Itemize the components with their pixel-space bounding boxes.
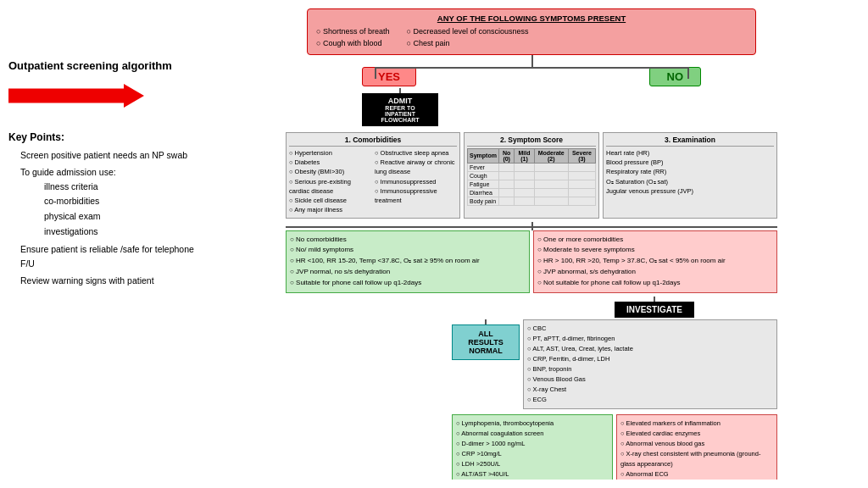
symptoms-right: ○ Decreased level of consciousness ○ Che…: [406, 25, 528, 50]
table-cell: [515, 163, 534, 171]
cbc-item: ○ BNP, troponin: [527, 364, 773, 374]
admit-box: ADMIT REFER TO INPATIENT FLOWCHART: [362, 93, 438, 126]
spacer-left: [286, 414, 448, 480]
table-cell: Fatigue: [468, 180, 499, 188]
abnormal-item: ○ Abnormal venous blood gas: [620, 439, 773, 449]
exam-item: O₂ Saturation (O₂ sat): [606, 177, 774, 186]
abnormal-red-box: ○ Elevated markers of inflammation ○ Ele…: [616, 414, 777, 480]
key-points-section: Key Points: Screen positive patient need…: [8, 131, 195, 290]
all-normal-wrapper: ALLRESULTSNORMAL: [452, 319, 520, 360]
admit-label: ADMIT: [370, 97, 430, 105]
list-item: investigations: [20, 225, 195, 240]
comorbid-item: ○ Diabetes: [289, 158, 371, 167]
symptom-item: ○ Chest pain: [406, 37, 528, 49]
table-cell: [498, 180, 515, 188]
abnormal-row: ○ Lymphopenia, thrombocytopenia ○ Abnorm…: [286, 414, 777, 480]
key-points-title: Key Points:: [8, 131, 195, 143]
cbc-item: ○ Venous Blood Gas: [527, 374, 773, 385]
investigate-content: ALLRESULTSNORMAL ○ CBC ○ PT, aPTT, d-dim…: [452, 319, 777, 409]
flowchart: ANY OF THE FOLLOWING SYMPTOMS PRESENT ○ …: [203, 8, 860, 480]
abnormal-item: ○ Elevated cardiac enzymes: [620, 429, 773, 439]
comorbid-item: ○ Any major illness: [289, 205, 371, 214]
arrow-container: [8, 84, 195, 108]
exam-item: Jugular venous pressure (JVP): [606, 186, 774, 196]
comorbid-item: ○ Reactive airway or chronic lung diseas…: [375, 158, 457, 177]
symptom-score-box: 2. Symptom Score Symptom No (0) Mild (1)…: [464, 132, 599, 219]
mid-connector: [286, 222, 777, 230]
list-item: co-morbidities: [20, 194, 195, 209]
abnormal-item: ○ D-dimer > 1000 ng/mL: [456, 439, 609, 449]
symptom-item: ○ Shortness of breath: [316, 25, 389, 37]
key-points-list: Screen positive patient needs an NP swab…: [8, 148, 195, 287]
criteria-row: ○ No comorbidities ○ No/ mild symptoms ○…: [286, 230, 777, 293]
table-cell: [498, 197, 515, 205]
list-item: physical exam: [20, 209, 195, 225]
abnormal-item: ○ LDH >250U/L: [456, 459, 609, 469]
table-cell: [534, 180, 568, 188]
comorbid-item: ○ Immunosuppressive treatment: [375, 186, 457, 206]
table-cell: [515, 171, 534, 180]
exam-col: Heart rate (HR) Blood pressure (BP) Resp…: [606, 148, 774, 196]
symptom-score-title: 2. Symptom Score: [467, 136, 596, 147]
criteria-item: ○ Suitable for phone call follow up q1-2…: [290, 278, 526, 289]
table-cell: [534, 197, 568, 205]
red-criteria-box: ○ One or more comorbidities ○ Moderate t…: [533, 230, 777, 293]
comorbid-item: ○ Obstructive sleep apnea: [375, 148, 457, 158]
table-header: No (0): [498, 148, 515, 163]
symptoms-cols: ○ Shortness of breath ○ Cough with blood…: [316, 25, 747, 50]
v-right: [687, 67, 689, 79]
abnormal-item: ○ Elevated markers of inflammation: [620, 419, 773, 429]
symptoms-title: ANY OF THE FOLLOWING SYMPTOMS PRESENT: [316, 14, 747, 23]
exam-item: Heart rate (HR): [606, 148, 774, 158]
v-line: [531, 222, 533, 230]
cbc-box: ○ CBC ○ PT, aPTT, d-dimer, fibrinogen ○ …: [523, 319, 777, 409]
table-cell: [534, 171, 568, 180]
left-panel: Outpatient screening algorithm Key Point…: [8, 8, 195, 480]
abnormal-green-box: ○ Lymphopenia, thrombocytopenia ○ Abnorm…: [452, 414, 613, 480]
table-cell: [568, 188, 595, 197]
comorbid-item: ○ Serious pre-existing cardiac disease: [289, 177, 371, 197]
table-header: Moderate (2): [534, 148, 568, 163]
criteria-item: ○ One or more comorbidities: [537, 235, 773, 246]
criteria-item: ○ JVP abnormal, s/s dehydration: [537, 267, 773, 278]
yes-box: YES: [362, 67, 416, 86]
comorbidities-row: 1. Comorbidities ○ Hypertension ○ Diabet…: [286, 132, 777, 219]
symptom-item: ○ Decreased level of consciousness: [406, 25, 528, 37]
abnormal-item: ○ Lymphopenia, thrombocytopenia: [456, 419, 609, 429]
comorbid-title: 1. Comorbidities: [289, 136, 457, 147]
table-cell: [498, 188, 515, 197]
table-cell: [515, 197, 534, 205]
table-header: Symptom: [468, 148, 499, 163]
examination-title: 3. Examination: [606, 136, 774, 147]
comorbid-item: ○ Sickle cell disease: [289, 196, 371, 205]
investigate-col: INVESTIGATE: [531, 297, 777, 318]
red-arrow-icon: [8, 84, 144, 108]
criteria-item: ○ No comorbidities: [290, 235, 526, 246]
no-box: NO: [649, 67, 702, 86]
criteria-item: ○ Not suitable for phone call follow up …: [537, 278, 773, 289]
comorbidities-box: 1. Comorbidities ○ Hypertension ○ Diabet…: [286, 132, 460, 219]
table-cell: [568, 171, 595, 180]
cbc-item: ○ ALT, AST, Urea, Creat, lytes, lactate: [527, 344, 773, 354]
comorbid-content: ○ Hypertension ○ Diabetes ○ Obesity (BMI…: [289, 148, 457, 215]
table-cell: Diarrhea: [468, 188, 499, 197]
abnormal-item: ○ Abnormal coagulation screen: [456, 429, 609, 439]
criteria-item: ○ HR <100, RR 15-20, Temp <37.8C, O₂ sat…: [290, 256, 526, 267]
admit-sublabel2: FLOWCHART: [370, 117, 430, 123]
investigate-connector: INVESTIGATE: [286, 297, 777, 318]
all-normal-box: ALLRESULTSNORMAL: [452, 324, 520, 360]
connector-yes-no: [307, 55, 756, 67]
page-title: Outpatient screening algorithm: [8, 59, 195, 72]
table-cell: [498, 171, 515, 180]
table-cell: [515, 188, 534, 197]
abnormal-item: ○ X-ray chest consistent with pneumonia …: [620, 449, 773, 469]
comorbid-item: ○ Immunosuppressed: [375, 177, 457, 186]
symptom-item: ○ Cough with blood: [316, 37, 389, 49]
cbc-item: ○ CBC: [527, 324, 773, 334]
table-cell: [515, 180, 534, 188]
green-criteria-box: ○ No comorbidities ○ No/ mild symptoms ○…: [286, 230, 530, 293]
comorbid-col1: ○ Hypertension ○ Diabetes ○ Obesity (BMI…: [289, 148, 371, 215]
criteria-item: ○ Moderate to severe symptoms: [537, 245, 773, 256]
table-cell: [534, 188, 568, 197]
investigate-box: INVESTIGATE: [615, 302, 694, 318]
